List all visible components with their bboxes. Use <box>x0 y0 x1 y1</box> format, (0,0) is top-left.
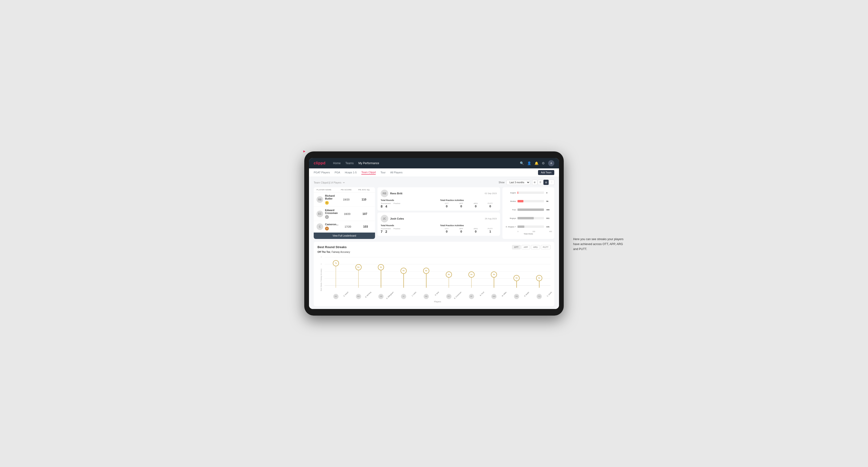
streak-bubble: 7x <box>333 260 339 266</box>
sub-nav-tour[interactable]: Tour <box>380 171 385 174</box>
bar-fill <box>518 200 523 203</box>
player-card-date: 26 Aug 2023 <box>485 217 497 220</box>
nav-my-performance[interactable]: My Performance <box>358 161 379 165</box>
player-name-label: C. Quick <box>547 291 552 297</box>
show-filter: Show Last 3 months ⊞ ☰ ▤ ⋮ <box>499 180 554 185</box>
app-label: APP <box>455 203 468 205</box>
streak-bubble: 4x <box>491 272 497 278</box>
table-row: EC Edward Crossman 2 18/20 107 <box>314 207 375 221</box>
filter-putt-btn[interactable]: PUTT <box>541 245 551 249</box>
filter-arg-btn[interactable]: ARG <box>531 245 540 249</box>
x-axis-label: Players <box>324 301 551 303</box>
team-header: Team Clippd | 14 Players ✏ Show Last 3 m… <box>314 180 554 185</box>
player-name-label: E. Crossman <box>454 291 462 299</box>
bar-value-birdies: 96 <box>546 200 552 203</box>
team-title: Team Clippd | 14 Players <box>314 181 342 184</box>
sub-nav-hcaps[interactable]: Hcaps 1-5 <box>345 171 356 174</box>
view-leaderboard-button[interactable]: View Full Leaderboard <box>314 232 375 239</box>
player-avatar-small: MM <box>491 294 497 299</box>
subtitle-main: Off The Tee <box>317 251 330 253</box>
bar-track <box>518 209 544 211</box>
streaks-chart-inner: 8 6 4 2 0 7xE. EwertEE6xB. McHergBM6xD. … <box>324 257 551 303</box>
nav-teams[interactable]: Teams <box>345 161 353 165</box>
bar-label-dbogeys: D. Bogeys + <box>505 226 516 228</box>
tournament-label: Tournament <box>381 228 391 230</box>
add-team-button[interactable]: Add Team <box>538 170 554 175</box>
sub-nav-pga[interactable]: PGA <box>335 171 340 174</box>
user-icon[interactable]: 👤 <box>527 161 531 165</box>
grid-view-btn[interactable]: ⊞ <box>532 180 537 185</box>
practice-activities-label: Total Practice Activities <box>440 224 497 227</box>
sub-nav-all-players[interactable]: All Players <box>390 171 403 174</box>
player-name: Richard Butler <box>325 194 337 200</box>
bell-icon[interactable]: 🔔 <box>534 161 538 165</box>
pb-score: 18/20 <box>338 213 356 215</box>
player-avatar-small: BM <box>356 294 361 299</box>
total-rounds-section: Total Rounds Tournament Practice 7 2 <box>381 224 437 234</box>
practice-label: Practice <box>394 203 400 205</box>
rank-badge: 3 <box>325 227 329 230</box>
list-view-btn[interactable]: ☰ <box>538 180 543 185</box>
card-header: RB Rees Britt 02 Sep 2023 <box>381 190 497 197</box>
nav-right: 🔍 👤 🔔 ⚙ A <box>520 160 554 166</box>
total-rounds-label: Total Rounds <box>381 199 437 201</box>
player-avatar-small: CQ <box>536 294 542 299</box>
table-row: C Cameron... 3 17/20 103 <box>314 221 375 232</box>
avatar[interactable]: A <box>548 160 554 166</box>
edit-icon[interactable]: ✏ <box>343 181 345 184</box>
bar-track <box>518 225 544 228</box>
pb-score: 19/20 <box>337 198 356 201</box>
filter-app-btn[interactable]: APP <box>522 245 530 249</box>
bar-fill <box>518 209 544 211</box>
card-header: JC Josh Coles 26 Aug 2023 <box>381 215 497 222</box>
streaks-title: Best Round Streaks <box>317 245 347 249</box>
streaks-chart-container: Best Streak, Fairway Accuracy 8 6 4 2 0 <box>317 257 551 303</box>
player-col: 4xB. FordBF <box>460 257 483 288</box>
pb-avg: 107 <box>356 212 373 216</box>
player-avatar-small: EE <box>333 294 338 299</box>
col-pb-score: PB SCORE <box>337 189 356 191</box>
avatar: C <box>316 223 323 230</box>
rank-badge: 1 <box>325 201 329 205</box>
sub-nav-pgat[interactable]: PGAT Players <box>314 171 330 174</box>
tournament-label: Tournament <box>381 203 391 205</box>
streak-bubble: 4x <box>446 272 452 278</box>
chart-x-title: Total Shots <box>505 233 552 235</box>
bar-value-pars: 499 <box>546 209 552 211</box>
table-view-btn[interactable]: ▤ <box>544 180 549 185</box>
player-col: 3xC. QuickCQ <box>528 257 551 288</box>
player-avatar-small: RB <box>514 294 519 299</box>
pb-avg: 103 <box>357 225 374 228</box>
player-col: 6xB. McHergBM <box>347 257 370 288</box>
streak-bubble: 6x <box>378 264 384 270</box>
player-info: EC Edward Crossman 2 <box>316 209 338 219</box>
time-filter-dropdown[interactable]: Last 3 months <box>506 180 530 185</box>
player-card-date: 02 Sep 2023 <box>485 192 497 195</box>
streak-bubble: 6x <box>355 264 362 270</box>
player-card-name: Josh Coles <box>390 217 404 220</box>
col-player-name: PLAYER NAME <box>316 189 337 191</box>
settings-icon[interactable]: ⚙ <box>542 161 545 165</box>
player-name: Edward Crossman <box>325 209 338 214</box>
x-tick-0: 0 <box>518 231 519 232</box>
pb-avg: 110 <box>356 198 372 201</box>
filter-ott-btn[interactable]: OTT <box>512 245 521 249</box>
player-name-label: E. Ewert <box>343 291 349 297</box>
bar-track <box>518 200 544 203</box>
x-tick-200: 200 <box>532 231 535 232</box>
putt-value: 1 <box>484 230 497 233</box>
bar-label-bogeys: Bogeys <box>505 217 516 219</box>
bar-track <box>518 191 544 194</box>
sub-nav-team-clippd[interactable]: Team Clippd <box>361 171 376 175</box>
streaks-section: Best Round Streaks OTT APP ARG PUTT Off … <box>314 242 554 306</box>
nav-home[interactable]: Home <box>333 161 341 165</box>
search-icon[interactable]: 🔍 <box>520 161 524 165</box>
player-card-name: Rees Britt <box>390 192 402 195</box>
avatar: RB <box>316 196 323 203</box>
bar-value-dbogeys: 131 <box>546 226 552 228</box>
bar-value-eagles: 3 <box>546 192 552 194</box>
y-axis-container: Best Streak, Fairway Accuracy <box>317 257 324 303</box>
detail-view-btn[interactable]: ⋮ <box>549 180 554 185</box>
arg-value: 0 <box>469 230 483 233</box>
arg-label: ARG <box>469 203 483 205</box>
